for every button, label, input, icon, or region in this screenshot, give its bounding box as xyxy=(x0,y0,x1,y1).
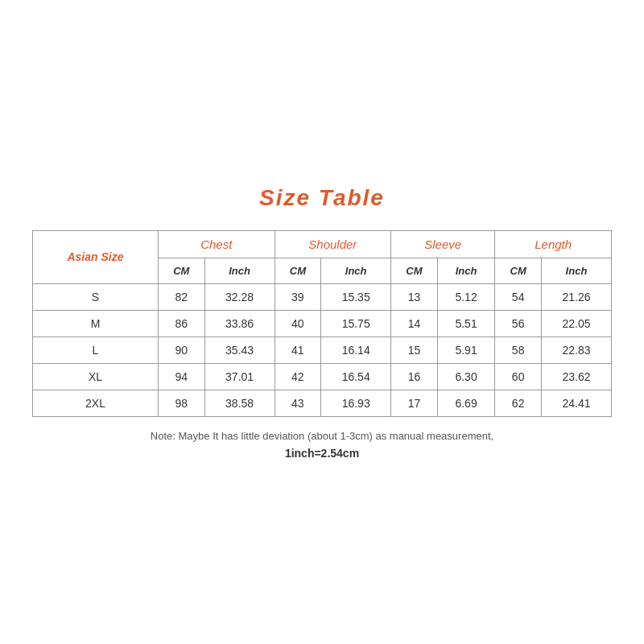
chest-cm-header: CM xyxy=(158,258,204,283)
sleeve-in: 5.51 xyxy=(437,310,495,336)
table-row: L 90 35.43 41 16.14 15 5.91 58 22.83 xyxy=(33,336,612,363)
sleeve-in-header: Inch xyxy=(437,258,495,283)
chest-in: 35.43 xyxy=(204,336,275,363)
shoulder-in: 15.35 xyxy=(321,283,391,310)
length-cm: 60 xyxy=(495,363,542,390)
length-in-header: Inch xyxy=(541,258,611,283)
length-cm: 58 xyxy=(495,336,542,363)
shoulder-cm: 39 xyxy=(275,283,321,310)
size-label: L xyxy=(33,336,159,363)
size-label: XL xyxy=(33,363,159,390)
shoulder-in-header: Inch xyxy=(321,258,391,283)
shoulder-in: 16.93 xyxy=(321,390,391,416)
length-in: 23.62 xyxy=(541,363,611,390)
table-row: XL 94 37.01 42 16.54 16 6.30 60 23.62 xyxy=(33,363,612,390)
shoulder-cm: 41 xyxy=(275,336,321,363)
chest-header: Chest xyxy=(158,230,275,258)
shoulder-in: 16.54 xyxy=(321,363,391,390)
note-text: Note: Maybe It has little deviation (abo… xyxy=(32,430,612,442)
sleeve-cm: 16 xyxy=(391,363,438,390)
chest-cm: 94 xyxy=(158,363,204,390)
sleeve-cm: 17 xyxy=(391,390,438,416)
chest-in: 37.01 xyxy=(204,363,275,390)
size-table: Asian Size Chest Shoulder Sleeve Length … xyxy=(32,230,612,417)
length-cm: 56 xyxy=(495,310,542,336)
size-label: S xyxy=(33,283,159,310)
table-row: M 86 33.86 40 15.75 14 5.51 56 22.05 xyxy=(33,310,612,336)
shoulder-cm: 43 xyxy=(275,390,321,416)
sleeve-cm: 15 xyxy=(391,336,438,363)
table-title: Size Table xyxy=(32,185,612,211)
chest-in: 38.58 xyxy=(204,390,275,416)
shoulder-in: 16.14 xyxy=(321,336,391,363)
chest-cm: 82 xyxy=(158,283,204,310)
sleeve-cm-header: CM xyxy=(391,258,438,283)
shoulder-in: 15.75 xyxy=(321,310,391,336)
table-row: 2XL 98 38.58 43 16.93 17 6.69 62 24.41 xyxy=(33,390,612,416)
length-in: 22.05 xyxy=(541,310,611,336)
sleeve-cm: 13 xyxy=(391,283,438,310)
shoulder-header: Shoulder xyxy=(275,230,391,258)
chest-cm: 90 xyxy=(158,336,204,363)
length-in: 24.41 xyxy=(541,390,611,416)
table-row: S 82 32.28 39 15.35 13 5.12 54 21.26 xyxy=(33,283,612,310)
length-in: 21.26 xyxy=(541,283,611,310)
size-label: 2XL xyxy=(33,390,159,416)
chest-in-header: Inch xyxy=(204,258,275,283)
length-cm: 54 xyxy=(495,283,542,310)
length-cm-header: CM xyxy=(495,258,542,283)
shoulder-cm: 40 xyxy=(275,310,321,336)
size-label: M xyxy=(33,310,159,336)
length-in: 22.83 xyxy=(541,336,611,363)
sleeve-in: 6.30 xyxy=(437,363,495,390)
chest-cm: 86 xyxy=(158,310,204,336)
shoulder-cm: 42 xyxy=(275,363,321,390)
asian-size-header: Asian Size xyxy=(33,230,159,283)
sleeve-cm: 14 xyxy=(391,310,438,336)
sleeve-in: 5.91 xyxy=(437,336,495,363)
shoulder-cm-header: CM xyxy=(275,258,321,283)
length-cm: 62 xyxy=(495,390,542,416)
main-container: Size Table Asian Size Chest Shoulder Sle… xyxy=(16,169,628,476)
sleeve-header: Sleeve xyxy=(391,230,495,258)
sleeve-in: 6.69 xyxy=(437,390,495,416)
chest-in: 32.28 xyxy=(204,283,275,310)
conversion-text: 1inch=2.54cm xyxy=(32,447,612,460)
chest-in: 33.86 xyxy=(204,310,275,336)
chest-cm: 98 xyxy=(158,390,204,416)
length-header: Length xyxy=(495,230,612,258)
sleeve-in: 5.12 xyxy=(437,283,495,310)
note-section: Note: Maybe It has little deviation (abo… xyxy=(32,430,612,460)
